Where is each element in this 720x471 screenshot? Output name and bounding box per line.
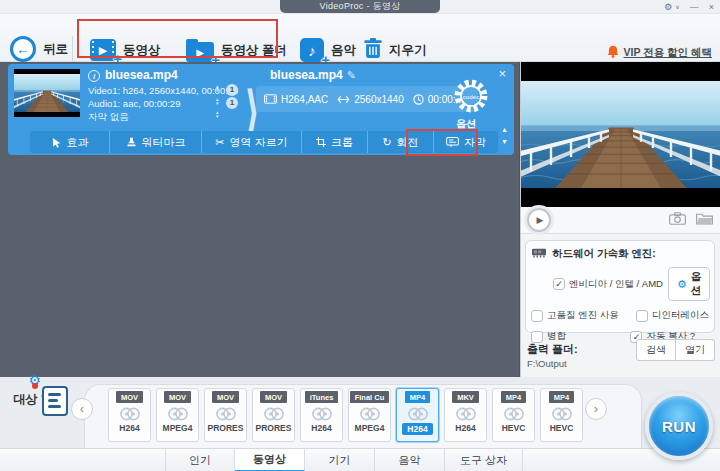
stamp-icon	[126, 137, 137, 148]
preview-controls: ▶	[521, 207, 720, 234]
tab-music-category[interactable]: 음악	[375, 449, 445, 471]
settings-gear-icon[interactable]: ⚙	[664, 0, 672, 14]
format-container-label: MP4	[549, 391, 574, 403]
tab-popular[interactable]: 인기	[165, 449, 235, 471]
deinterlace-checkbox[interactable]: 디인터레이스	[636, 309, 709, 322]
tab-watermark[interactable]: 워터마크	[110, 131, 202, 153]
add-music-label: 음악	[331, 42, 356, 59]
format-card-selected[interactable]: MP4 H264	[396, 388, 439, 442]
format-scroll-right-button[interactable]: ›	[585, 398, 607, 420]
open-button[interactable]: 열기	[676, 339, 715, 361]
video-track-count-badge: 1	[226, 84, 238, 96]
tab-effect[interactable]: 효과	[30, 131, 110, 153]
vip-benefit-link[interactable]: VIP 전용 할인 혜택	[607, 44, 713, 62]
deinterlace-label: 디인터레이스	[652, 309, 709, 322]
back-arrow-icon: ←	[10, 36, 36, 62]
format-card[interactable]: iTunes H264	[300, 388, 343, 442]
edit-tab-strip: 효과 워터마크 ✂ 영역 자르기 크롭	[30, 131, 498, 153]
hw-engine-checkbox[interactable]: ✓ 엔비디아 / 인텔 / AMD	[553, 278, 663, 291]
format-scroll-left-button[interactable]: ‹	[71, 398, 93, 420]
tab-rotate[interactable]: ↻ 회전	[368, 131, 434, 153]
hardware-settings-box: 하드웨어 가속화 엔진: ✓ 엔비디아 / 인텔 / AMD ⚙ 옵션 고품질 …	[525, 240, 715, 333]
add-video-folder-label: 동영상 폴더	[221, 42, 287, 59]
title-bar: VideoProc - 동영상 ⚙ ∨ — ×	[0, 0, 720, 14]
clip-scroll-arrows[interactable]: ▲ ▼	[501, 126, 508, 145]
clear-label: 지우기	[389, 42, 427, 59]
play-button[interactable]: ▶	[527, 208, 551, 232]
codec-chip: H264,AAC	[264, 94, 328, 105]
clip-card[interactable]: i bluesea.mp4 Video1: h264, 2560x1440, 0…	[8, 64, 514, 155]
add-music-button[interactable]: ♪ + 음악	[300, 38, 356, 62]
format-card[interactable]: MOV MPEG4	[156, 388, 199, 442]
format-card[interactable]: MKV H264	[444, 388, 487, 442]
hw-option-button[interactable]: ⚙ 옵션	[668, 267, 710, 301]
format-card[interactable]: MOV PRORES	[252, 388, 295, 442]
film-reel-icon	[407, 407, 429, 421]
clip-thumbnail	[14, 69, 80, 117]
tab-device[interactable]: 기기	[305, 449, 375, 471]
tab-toolbox[interactable]: 도구 상자	[445, 449, 523, 471]
clip-list-area: i bluesea.mp4 Video1: h264, 2560x1440, 0…	[0, 62, 520, 377]
film-reel-icon	[215, 407, 237, 421]
output-folder-path: F:\Output	[527, 358, 567, 369]
subtitle-icon	[446, 137, 459, 148]
clear-button[interactable]: 지우기	[364, 38, 427, 62]
format-card-list: MOV H264 MOV MPEG4 MOV PRORES MOV PRORES…	[108, 388, 583, 442]
tab-trim[interactable]: ✂ 영역 자르기	[202, 131, 302, 153]
info-icon[interactable]: i	[88, 70, 100, 82]
notification-dot	[32, 383, 38, 389]
scroll-up-icon: ▲	[501, 126, 508, 133]
film-reel-icon	[551, 407, 573, 421]
output-folder-label: 출력 폴더:	[527, 342, 578, 357]
format-card[interactable]: MP4 HEVC	[540, 388, 583, 442]
rename-pencil-icon[interactable]: ✎	[347, 69, 356, 81]
format-card[interactable]: Final Cu MPEG4	[348, 388, 391, 442]
high-quality-checkbox[interactable]: 고품질 엔진 사용	[531, 309, 619, 322]
open-folder-icon[interactable]	[696, 211, 713, 229]
preview-panel: ▶	[520, 62, 720, 377]
close-button[interactable]: ×	[709, 0, 714, 14]
browse-button[interactable]: 검색	[636, 339, 676, 361]
rotate-icon: ↻	[382, 137, 391, 148]
checkbox-checked-icon[interactable]: ✓	[553, 278, 565, 290]
target-format-button[interactable]: ⚙ 대상 형식	[6, 385, 72, 408]
film-reel-icon	[311, 407, 333, 421]
format-card[interactable]: MOV H264	[108, 388, 151, 442]
video-track-spinner[interactable]: ▲▼	[215, 85, 219, 92]
audio-track-spinner[interactable]: ▲▼	[215, 98, 219, 105]
codec-option-label[interactable]: 옵션	[456, 117, 476, 131]
settings-caret-icon[interactable]: ∨	[675, 0, 679, 14]
checkbox-unchecked-icon[interactable]	[531, 331, 543, 343]
run-button[interactable]: RUN	[645, 392, 713, 460]
add-video-icon: ▶ +	[90, 39, 116, 61]
add-video-folder-icon: ▶ +	[186, 42, 214, 62]
tab-trim-label: 영역 자르기	[230, 135, 288, 150]
hw-accel-title: 하드웨어 가속화 엔진:	[552, 247, 656, 261]
format-codec-label: PRORES	[256, 423, 292, 433]
bell-icon	[607, 44, 619, 62]
back-button[interactable]: ← 뒤로	[10, 36, 68, 62]
subtitle-track-spinner[interactable]: ▲▼	[215, 111, 219, 118]
tab-video-category[interactable]: 동영상	[235, 449, 305, 471]
checkbox-unchecked-icon[interactable]	[636, 310, 648, 322]
minimize-button[interactable]: —	[690, 0, 699, 14]
tab-crop[interactable]: 크롭	[302, 131, 368, 153]
high-quality-label: 고품질 엔진 사용	[547, 309, 619, 322]
add-video-folder-button[interactable]: ▶ + 동영상 폴더	[186, 39, 287, 62]
format-container-label: Final Cu	[350, 391, 390, 403]
format-card[interactable]: MP4 HEVC	[492, 388, 535, 442]
remove-clip-button[interactable]: ×	[498, 66, 506, 81]
add-video-button[interactable]: ▶ + 동영상	[90, 39, 161, 61]
output-filename: bluesea.mp4✎	[270, 68, 356, 82]
hw-option-label: 옵션	[691, 270, 702, 298]
format-codec-label: H264	[119, 423, 139, 433]
format-card[interactable]: MOV PRORES	[204, 388, 247, 442]
format-container-label: MOV	[212, 391, 239, 403]
snapshot-camera-icon[interactable]	[669, 211, 686, 229]
video-preview	[521, 62, 720, 207]
checkbox-unchecked-icon[interactable]	[531, 310, 543, 322]
codec-gear-icon[interactable]: codec	[452, 77, 490, 115]
tab-watermark-label: 워터마크	[142, 135, 186, 150]
tab-subtitle[interactable]: 자막	[434, 131, 498, 153]
format-codec-label: PRORES	[208, 423, 244, 433]
